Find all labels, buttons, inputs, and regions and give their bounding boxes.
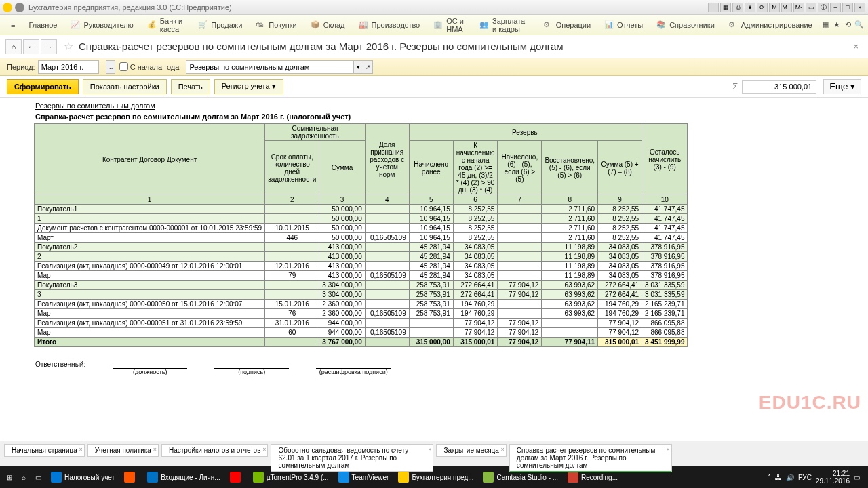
table-row[interactable]: Документ расчетов с контрагентом 0000-00… xyxy=(35,224,688,233)
bottom-tab[interactable]: Закрытие месяца× xyxy=(436,444,506,457)
search-icon[interactable]: 🔍 xyxy=(854,18,864,33)
menu-sales[interactable]: 🛒Продажи xyxy=(191,15,249,35)
more-button[interactable]: Еще ▾ xyxy=(823,79,861,94)
settings-button[interactable]: Показать настройки xyxy=(83,79,167,94)
tray-volume-icon[interactable]: 🔊 xyxy=(786,474,794,481)
menu-purchases[interactable]: 🛍Покупки xyxy=(249,15,303,35)
table-row[interactable]: 2413 000,0045 281,9434 083,0511 198,8934… xyxy=(35,252,688,262)
table-row[interactable]: Покупатель150 000,0010 964,158 252,552 7… xyxy=(35,205,688,214)
taskbar-item[interactable]: Налоговый учет xyxy=(47,468,119,487)
table-row[interactable]: Март44650 000,000,1650510910 964,158 252… xyxy=(35,233,688,243)
taskbar-item[interactable] xyxy=(120,468,142,487)
bottom-tab[interactable]: Учетная политика× xyxy=(87,444,159,457)
table-row[interactable]: Итого3 767 000,00315 000,00315 000,0177 … xyxy=(35,338,688,347)
close-icon[interactable]: × xyxy=(428,446,431,453)
tool-icon[interactable]: M+ xyxy=(781,3,792,12)
tray-lang[interactable]: РУС xyxy=(798,474,812,481)
help-icon[interactable]: ⓘ xyxy=(818,3,829,12)
minimize-icon[interactable]: – xyxy=(830,3,841,12)
table-row[interactable]: 33 304 000,00258 753,91272 664,4177 904,… xyxy=(35,290,688,300)
total-field[interactable] xyxy=(742,80,816,94)
th-term: Срок оплаты, количество дней задолженнос… xyxy=(265,141,319,195)
th-sum: Сумма xyxy=(319,141,365,195)
period-label: Период: xyxy=(7,63,35,71)
sign-name: (расшифровка подписи) xyxy=(319,369,388,375)
close-icon[interactable]: × xyxy=(79,446,83,453)
menu-bank[interactable]: 💰Банк и касса xyxy=(140,15,192,35)
menu-operations[interactable]: ⚙Операции xyxy=(536,15,597,35)
forward-button[interactable]: → xyxy=(41,39,57,54)
menu-refs[interactable]: 📚Справочники xyxy=(650,15,722,35)
th-accrue: К начислению с начала года (2) >= 45 дн,… xyxy=(453,141,498,195)
table-row[interactable]: Март79413 000,000,1650510945 281,9434 08… xyxy=(35,271,688,281)
th-debt-group: Сомнительная задолженность xyxy=(265,124,366,141)
table-row[interactable]: Покупатель2413 000,0045 281,9434 083,051… xyxy=(35,243,688,252)
home-button[interactable]: ⌂ xyxy=(5,39,22,54)
close-icon[interactable]: × xyxy=(501,446,505,453)
close-icon[interactable]: × xyxy=(854,3,865,12)
tray-chevron-icon[interactable]: ˄ xyxy=(768,474,771,481)
windows-taskbar: ⊞ ⌕ ▭ Налоговый учетВходящие - Личн...µT… xyxy=(0,466,868,488)
tool-icon[interactable]: ⟳ xyxy=(757,3,768,12)
close-icon[interactable]: × xyxy=(153,446,157,453)
tool-icon[interactable]: ▭ xyxy=(806,3,816,12)
dropdown-icon[interactable] xyxy=(15,3,24,12)
sign-position: (должность) xyxy=(133,369,167,375)
maximize-icon[interactable]: □ xyxy=(842,3,853,12)
taskbar-item[interactable] xyxy=(226,468,248,487)
menu-production[interactable]: 🏭Производство xyxy=(352,15,427,35)
table-row[interactable]: Покупатель33 304 000,00258 753,91272 664… xyxy=(35,281,688,290)
hamburger-icon[interactable]: ≡ xyxy=(4,15,22,35)
period-input[interactable] xyxy=(38,60,99,74)
th-num: 1 xyxy=(35,195,265,205)
history-icon[interactable]: ⟲ xyxy=(843,18,853,33)
menu-warehouse[interactable]: 📦Склад xyxy=(304,15,352,35)
menu-assets[interactable]: 🏢ОС и НМА xyxy=(427,15,473,35)
taskview-button[interactable]: ▭ xyxy=(31,468,45,487)
back-button[interactable]: ← xyxy=(23,39,39,54)
type-dropdown-button[interactable]: ▾ xyxy=(354,60,363,74)
table-row[interactable]: Март762 360 000,000,16505109258 753,9119… xyxy=(35,309,688,319)
menu-manager[interactable]: 📈Руководителю xyxy=(64,15,140,35)
tray-notifications-icon[interactable]: ▭ xyxy=(854,474,860,481)
period-picker-button[interactable]: … xyxy=(106,60,115,74)
bottom-tab[interactable]: Начальная страница× xyxy=(4,444,85,457)
system-tray[interactable]: ˄ 🖧 🔊 РУС 21:21 29.11.2016 ▭ xyxy=(762,470,865,485)
table-row[interactable]: Март60944 000,000,1650510977 904,1277 90… xyxy=(35,328,688,338)
menu-main[interactable]: Главное xyxy=(22,15,64,35)
start-button[interactable]: ⊞ xyxy=(3,468,16,487)
bottom-tab[interactable]: Справка-расчет резервов по сомнительным … xyxy=(509,444,672,472)
grid-icon[interactable]: ▦ xyxy=(821,18,831,33)
tool-icon[interactable]: M- xyxy=(793,3,804,12)
close-icon[interactable]: × xyxy=(262,446,266,453)
print-button[interactable]: Печать xyxy=(171,79,210,94)
th-num: 5 xyxy=(409,195,453,205)
table-row[interactable]: 150 000,0010 964,158 252,552 711,608 252… xyxy=(35,214,688,224)
tool-icon[interactable]: ⎙ xyxy=(732,3,743,12)
type-open-button[interactable]: ↗ xyxy=(363,60,373,74)
tool-icon[interactable]: M xyxy=(769,3,780,12)
form-button[interactable]: Сформировать xyxy=(7,79,79,94)
tool-icon[interactable]: ★ xyxy=(745,3,755,12)
table-row[interactable]: Реализация (акт, накладная) 0000-000051 … xyxy=(35,319,688,328)
tool-icon[interactable]: ☰ xyxy=(708,3,719,12)
search-button[interactable]: ⌕ xyxy=(18,468,30,487)
tool-icon[interactable]: ▦ xyxy=(720,3,731,12)
report-type-input[interactable] xyxy=(186,60,354,74)
table-row[interactable]: Реализация (акт, накладная) 0000-000050 … xyxy=(35,300,688,309)
close-tab-button[interactable]: × xyxy=(849,41,863,52)
bottom-tab[interactable]: Оборотно-сальдовая ведомость по счету 62… xyxy=(271,444,433,472)
bottom-tab[interactable]: Настройки налогов и отчетов× xyxy=(161,444,269,457)
menu-reports[interactable]: 📊Отчеты xyxy=(597,15,650,35)
register-button[interactable]: Регистр учета ▾ xyxy=(214,79,283,94)
favorite-star-icon[interactable]: ☆ xyxy=(64,40,73,53)
close-icon[interactable]: × xyxy=(667,446,670,453)
since-begin-checkbox[interactable] xyxy=(119,62,128,71)
taskbar-item[interactable]: Входящие - Личн... xyxy=(143,468,224,487)
menu-salary[interactable]: 👥Зарплата и кадры xyxy=(473,15,536,35)
tray-clock[interactable]: 21:21 29.11.2016 xyxy=(816,470,850,485)
star-icon[interactable]: ★ xyxy=(831,18,842,33)
table-row[interactable]: Реализация (акт, накладная) 0000-000049 … xyxy=(35,262,688,271)
menu-admin[interactable]: ⚙Администрирование xyxy=(722,15,819,35)
tray-network-icon[interactable]: 🖧 xyxy=(775,474,782,481)
